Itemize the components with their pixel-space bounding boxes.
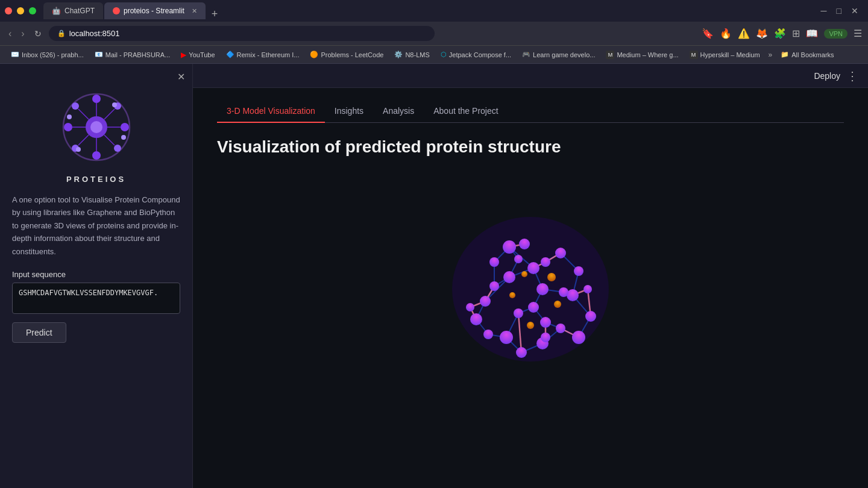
predict-button[interactable]: Predict [12,322,66,343]
svg-point-84 [536,283,549,295]
address-bar[interactable]: 🔒 [49,26,435,41]
svg-point-91 [583,285,592,293]
lock-icon: 🔒 [57,30,66,37]
bookmark-jetpack[interactable]: ⬡ Jetpack Compose f... [436,49,516,60]
svg-line-18 [104,135,115,145]
all-bookmarks[interactable]: 📁 All Bookmarks [776,49,838,60]
svg-point-68 [574,266,583,276]
proteios-favicon [113,7,120,14]
chatgpt-tab-label: ChatGPT [64,7,95,15]
hyperskill-icon: M [690,51,698,59]
page-title: Visualization of predicted protein struc… [217,137,844,157]
svg-line-17 [78,135,89,145]
mail-icon: 📧 [95,51,103,58]
deploy-button[interactable]: Deploy [814,71,840,81]
more-bookmarks-icon[interactable]: » [769,51,773,59]
app-name: PROTEIOS [66,175,126,184]
bookmark-mail[interactable]: 📧 Mail - PRABHSURA... [90,49,175,60]
leetcode-icon: 🟠 [310,51,318,58]
youtube-icon: ▶ [181,51,186,59]
n8n-icon: ⚙️ [394,51,403,58]
svg-line-15 [78,109,89,119]
protein-3d-model [416,175,645,392]
svg-point-71 [572,331,585,344]
svg-point-2 [90,121,102,133]
svg-point-95 [527,322,534,329]
extension-fire[interactable]: 🔥 [720,28,732,39]
minimize-button[interactable] [17,7,24,14]
svg-point-80 [503,271,515,283]
svg-point-86 [528,302,539,313]
svg-point-87 [514,308,523,318]
more-options-icon[interactable]: ⋮ [846,69,858,83]
bookmark-icon[interactable]: 🔖 [702,28,714,39]
bookmark-medium[interactable]: M Medium – Where g... [601,49,683,60]
tab-proteios[interactable]: proteios - Streamlit ✕ [104,2,206,19]
bookmark-remix[interactable]: 🔷 Remix - Ethereum I... [221,49,304,60]
svg-point-78 [480,296,491,307]
back-button[interactable]: ‹ [6,26,14,42]
tab-about[interactable]: About the Project [424,100,508,122]
new-tab-button[interactable]: + [207,8,223,19]
tabs-container: 🤖 ChatGPT proteios - Streamlit ✕ + [43,2,821,19]
svg-point-21 [67,114,72,119]
svg-point-92 [514,255,523,263]
address-input[interactable] [69,29,426,38]
sidebar: ✕ [0,64,193,488]
main-content: Deploy ⋮ 3-D Model Visualization Insight… [193,64,868,488]
maximize-button[interactable] [29,7,36,14]
svg-point-96 [509,292,515,298]
tab-insights[interactable]: Insights [325,100,373,122]
proteios-tab-label: proteios - Streamlit [124,7,184,15]
svg-point-66 [527,262,539,274]
bookmark-inbox[interactable]: ✉️ Inbox (526) - prabh... [6,49,89,60]
app-wrapper: ✕ [0,64,868,488]
medium-icon: M [606,51,614,59]
minimize-icon[interactable]: ─ [821,6,827,16]
content-inner: 3-D Model Visualization Insights Analysi… [193,88,868,404]
reload-button[interactable]: ↻ [32,27,44,41]
tab-analysis[interactable]: Analysis [373,100,424,122]
menu-icon[interactable]: ☰ [854,28,862,39]
chatgpt-favicon: 🤖 [52,7,61,15]
svg-point-79 [489,281,499,291]
app-description: A one option tool to Visualise Protein C… [12,193,180,258]
reader-mode[interactable]: 📖 [806,28,818,39]
folder-icon: 📁 [781,51,789,58]
svg-point-88 [540,317,551,328]
bookmark-n8n[interactable]: ⚙️ N8-LMS [389,49,434,60]
close-icon[interactable]: ✕ [851,6,858,16]
svg-point-65 [503,240,516,254]
forward-button[interactable]: › [19,26,27,42]
extension-alert[interactable]: ⚠️ [738,28,750,39]
svg-point-75 [500,331,513,344]
sidebar-toggle[interactable]: ⊞ [792,28,800,39]
protein-visualization [217,175,844,392]
bookmark-youtube[interactable]: ▶ YouTube [176,49,219,60]
vpn-badge[interactable]: VPN [824,29,848,39]
nav-right-icons: 🔖 🔥 ⚠️ 🦊 🧩 ⊞ 📖 VPN ☰ [702,28,862,39]
extension-puzzle[interactable]: 🧩 [774,28,786,39]
svg-point-74 [516,347,527,358]
jetpack-icon: ⬡ [441,51,447,58]
bookmark-game[interactable]: 🎮 Learn game develo... [517,49,600,60]
svg-point-69 [567,289,579,301]
tab-3d-visualization[interactable]: 3-D Model Visualization [217,100,325,123]
bookmark-leetcode[interactable]: 🟠 Problems - LeetCode [305,49,388,60]
restore-icon[interactable]: □ [837,6,841,16]
inbox-icon: ✉️ [11,51,19,58]
svg-point-20 [76,147,81,152]
bookmark-hyperskill[interactable]: M Hyperskill – Medium [685,49,765,60]
tabs-bar: 3-D Model Visualization Insights Analysi… [217,100,844,123]
game-icon: 🎮 [522,51,530,58]
svg-point-72 [556,324,565,333]
tab-close-icon[interactable]: ✕ [192,7,197,15]
extension-fox[interactable]: 🦊 [756,28,768,39]
tab-chatgpt[interactable]: 🤖 ChatGPT [43,2,103,19]
deploy-bar: Deploy ⋮ [193,64,868,88]
close-button[interactable] [5,7,12,14]
sidebar-close-button[interactable]: ✕ [177,71,185,83]
logo-container [57,88,136,169]
svg-point-67 [555,248,566,258]
sequence-input[interactable]: GSHMCDAFVGTWKLVSSENFDDYMKEVGVGF. [12,283,180,314]
